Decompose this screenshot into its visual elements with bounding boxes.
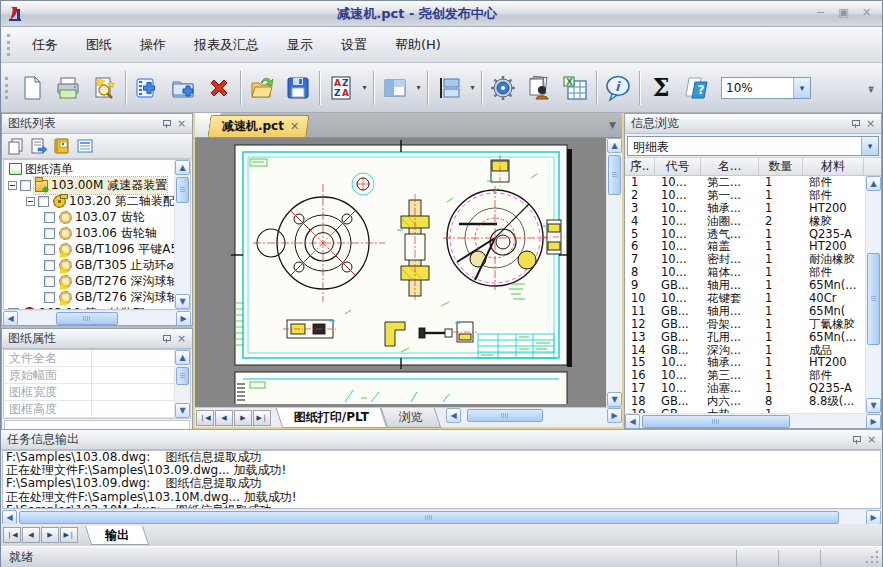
bom-table-row[interactable]: 1510...轴承...1HT200	[625, 356, 865, 369]
canvas-vertical-scrollbar[interactable]: ▲ ▼	[606, 138, 622, 407]
prev-page-button[interactable]: ◀	[215, 410, 233, 426]
menu-item[interactable]: 设置	[329, 31, 379, 59]
bom-column-header[interactable]: 代号	[655, 158, 701, 175]
pin-icon[interactable]	[849, 433, 864, 447]
scroll-thumb[interactable]	[608, 155, 621, 195]
tree-item[interactable]: 103.06 齿轮轴	[4, 225, 174, 241]
close-panel-icon[interactable]: ×	[864, 433, 879, 447]
scroll-thumb[interactable]	[176, 367, 189, 385]
scroll-left-icon[interactable]: ◀	[2, 510, 17, 525]
tree-expander[interactable]	[26, 197, 35, 206]
tree-checkbox[interactable]	[20, 180, 31, 191]
tree-checkbox[interactable]	[44, 276, 55, 287]
batch-process-button[interactable]	[521, 67, 557, 109]
bom-table-row[interactable]: 510...透气...1Q235-A	[625, 228, 865, 241]
document-tab[interactable]: 减速机.pct ✕	[207, 115, 309, 137]
info-view-dropdown-icon[interactable]	[861, 137, 878, 155]
scroll-up-icon[interactable]: ▲	[607, 138, 622, 153]
layout-button[interactable]	[377, 67, 413, 109]
pin-icon[interactable]	[159, 117, 174, 131]
zoom-dropdown-button[interactable]	[793, 78, 810, 98]
scroll-thumb[interactable]	[56, 312, 118, 325]
tree-checkbox[interactable]	[44, 260, 55, 271]
info-button[interactable]: i	[600, 67, 636, 109]
scroll-left-icon[interactable]: ◀	[3, 311, 18, 326]
next-page-button[interactable]: ▶	[234, 410, 252, 426]
bom-table-row[interactable]: 310...轴承...1HT200	[625, 202, 865, 215]
tree-item[interactable]: 图纸清单	[4, 161, 174, 177]
details-view-icon[interactable]	[76, 137, 94, 155]
tab-close-icon[interactable]: ✕	[290, 120, 299, 133]
bom-column-header[interactable]: 数量	[759, 158, 803, 175]
properties-vertical-scrollbar[interactable]: ▲ ▼	[174, 350, 190, 418]
property-row[interactable]: 图框高度	[4, 401, 174, 418]
split-layout-button[interactable]	[431, 67, 467, 109]
last-tab-button[interactable]: ▶❘	[60, 527, 78, 543]
tree-expander[interactable]	[8, 181, 17, 190]
tree-item[interactable]: 103.10 第一轴装配	[4, 305, 174, 309]
load-file-button[interactable]	[244, 67, 280, 109]
tree-item[interactable]: GB/T305 止动环⌀42	[4, 257, 174, 273]
bom-table-row[interactable]: 110...第二...1部件	[625, 176, 865, 189]
print-preview-button[interactable]	[86, 67, 122, 109]
next-tab-button[interactable]: ▶	[41, 527, 59, 543]
scroll-right-icon[interactable]: ▶	[866, 414, 881, 429]
tree-item[interactable]: GB/T1096 平键A5×	[4, 241, 174, 257]
prev-tab-button[interactable]: ◀	[22, 527, 40, 543]
scroll-left-icon[interactable]: ◀	[625, 414, 640, 429]
bom-table-row[interactable]: 11GB...轴用...165Mn(	[625, 305, 865, 318]
menu-item[interactable]: 显示	[275, 31, 325, 59]
maximize-button[interactable]: ▣	[833, 5, 854, 22]
bom-table-row[interactable]: 410...油圈...2橡胶	[625, 215, 865, 228]
zoom-select[interactable]: 10%	[721, 77, 811, 99]
scroll-thumb[interactable]	[867, 253, 880, 345]
scroll-down-icon[interactable]: ▼	[866, 398, 881, 413]
menu-item[interactable]: 图纸	[74, 31, 124, 59]
view-tab[interactable]: 图纸打印/PLT	[276, 408, 388, 428]
bom-table-row[interactable]: 210...第一...1部件	[625, 189, 865, 202]
report-table-button[interactable]: X	[557, 67, 593, 109]
title-bar[interactable]: 减速机.pct - 尧创发布中心 ─ ▣ ✕	[1, 1, 882, 27]
toolbar-overflow-icon[interactable]	[864, 68, 878, 108]
close-panel-icon[interactable]: ×	[174, 332, 189, 346]
bom-table-row[interactable]: 13GB...孔用...165Mn(...	[625, 331, 865, 344]
property-row[interactable]: 图框宽度	[4, 384, 174, 401]
tree-checkbox[interactable]	[44, 244, 55, 255]
scroll-left-icon[interactable]: ◀	[446, 408, 461, 423]
scroll-down-icon[interactable]: ▼	[175, 403, 190, 418]
bom-table-row[interactable]: 18GB...内六...88.8级(...	[625, 395, 865, 408]
pin-icon[interactable]	[159, 332, 174, 346]
property-row[interactable]: 原始幅面	[4, 367, 174, 384]
tab-list-dropdown-icon[interactable]	[609, 120, 616, 130]
add-drawing-button[interactable]	[129, 67, 165, 109]
bom-table-row[interactable]: 14GB...深沟...1成品	[625, 344, 865, 357]
bom-horizontal-scrollbar[interactable]: ◀ ▶	[625, 413, 881, 428]
help-button[interactable]: ?	[679, 67, 715, 109]
tree-item[interactable]: 103.07 齿轮	[4, 209, 174, 225]
drawing-canvas[interactable]	[195, 138, 606, 407]
pin-icon[interactable]	[848, 117, 863, 131]
scroll-up-icon[interactable]: ▲	[175, 350, 190, 365]
scroll-right-icon[interactable]: ▶	[176, 311, 191, 326]
task-log[interactable]: F:\Samples\103.08.dwg: 图纸信息提取成功正在处理文件F:\…	[2, 450, 881, 509]
export-list-icon[interactable]	[30, 137, 48, 155]
bom-table-row[interactable]: 12GB...骨架...1丁氰橡胶	[625, 318, 865, 331]
last-page-button[interactable]: ▶❘	[253, 410, 271, 426]
tree-horizontal-scrollbar[interactable]: ◀ ▶	[3, 310, 191, 325]
add-folder-button[interactable]	[165, 67, 201, 109]
tree-item[interactable]: 103.20 第二轴装配	[4, 193, 174, 209]
canvas-horizontal-scrollbar[interactable]: ◀ ▶	[446, 408, 622, 423]
tree-vertical-scrollbar[interactable]: ▲ ▼	[174, 160, 190, 309]
settings-button[interactable]	[485, 67, 521, 109]
sort-button[interactable]: AZZA	[323, 67, 359, 109]
bom-table-row[interactable]: 1710...油塞...1Q235-A	[625, 382, 865, 395]
property-row[interactable]: 文件全名	[4, 350, 174, 367]
bom-table-row[interactable]: 610...箱盖1HT200	[625, 240, 865, 253]
new-task-button[interactable]	[14, 67, 50, 109]
tree-item[interactable]: GB/T276 深沟球轴承	[4, 273, 174, 289]
scroll-up-icon[interactable]: ▲	[866, 176, 881, 191]
log-horizontal-scrollbar[interactable]: ◀ ▶	[2, 509, 881, 524]
tree-checkbox[interactable]	[44, 292, 55, 303]
scroll-thumb[interactable]	[467, 409, 543, 422]
copy-pages-icon[interactable]	[7, 137, 25, 155]
